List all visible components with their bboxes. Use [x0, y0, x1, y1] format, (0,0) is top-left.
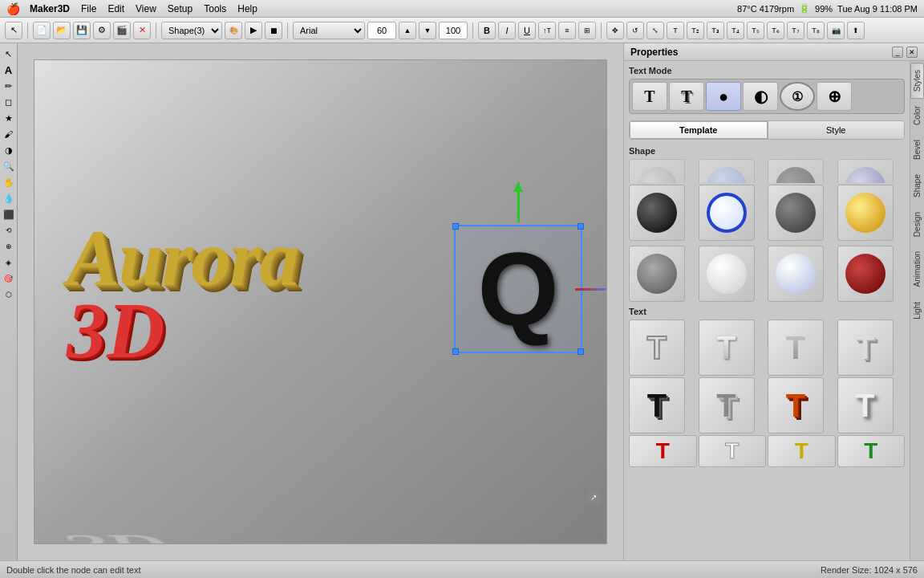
tool-text[interactable]: A [2, 63, 16, 77]
tool-shape[interactable]: ◻ [2, 95, 16, 109]
text-cell-white-simple[interactable]: T [837, 377, 894, 434]
toolbar-settings[interactable]: ⚙ [93, 22, 111, 39]
tool-extra5[interactable]: ⬡ [2, 287, 16, 302]
toolbar-close[interactable]: ✕ [133, 22, 151, 39]
toolbar-t3[interactable]: T₃ [707, 22, 724, 39]
selected-shape-box[interactable]: Q [454, 225, 582, 353]
toolbar-stop[interactable]: ⏹ [265, 22, 282, 39]
mode-half-sphere[interactable]: ◐ [743, 82, 778, 111]
resize-handle-br[interactable] [578, 348, 584, 355]
tool-select[interactable]: ↖ [2, 47, 16, 61]
shape-select[interactable]: Shape(3) Shape(1) Shape(2) [161, 22, 222, 39]
tool-star[interactable]: ★ [2, 111, 16, 125]
font-size-input[interactable] [367, 22, 396, 39]
toolbar-t7[interactable]: T₇ [787, 22, 804, 39]
tool-paint[interactable]: 🖌 [2, 127, 16, 141]
mode-bevel[interactable]: T [669, 82, 704, 111]
shape-cell-light[interactable] [699, 246, 755, 302]
toolbar-more1[interactable]: ⊞ [578, 22, 596, 39]
toolbar-t2[interactable]: T₂ [687, 22, 704, 39]
menu-tools[interactable]: Tools [204, 3, 226, 14]
toolbar-open[interactable]: 📂 [53, 22, 71, 39]
right-tab-color[interactable]: Color [910, 99, 924, 132]
tool-extra1[interactable]: ⟲ [2, 223, 16, 238]
tool-node[interactable]: ⬛ [2, 207, 16, 222]
text-cell-chrome[interactable]: T [768, 320, 824, 376]
tool-hand[interactable]: ✋ [2, 175, 16, 189]
mode-sphere[interactable]: ● [706, 82, 741, 111]
tool-extra4[interactable]: 🎯 [2, 271, 16, 286]
text-cell-black[interactable]: T [629, 377, 685, 434]
shape-partial-4[interactable] [837, 159, 894, 183]
tool-extra2[interactable]: ⊕ [2, 239, 16, 254]
tool-eyedrop[interactable]: 💧 [2, 191, 16, 206]
menu-help[interactable]: Help [237, 3, 257, 14]
style-tab[interactable]: Style [768, 121, 905, 139]
menu-view[interactable]: View [136, 3, 156, 14]
resize-handle-tr[interactable] [578, 223, 584, 230]
right-tab-design[interactable]: Design [910, 205, 924, 244]
toolbar-bold[interactable]: B [478, 22, 496, 39]
template-tab[interactable]: Template [630, 121, 768, 139]
toolbar-play[interactable]: ▶ [245, 22, 262, 39]
shape-cell-dark-gray[interactable] [768, 185, 824, 241]
tool-extra3[interactable]: ◈ [2, 255, 16, 270]
toolbar-cam[interactable]: 📷 [827, 22, 845, 39]
font-size-up[interactable]: ▲ [399, 22, 416, 39]
toolbar-t8[interactable]: T₈ [807, 22, 825, 39]
right-tab-styles[interactable]: Styles [910, 63, 924, 99]
text-cell-yellow[interactable]: T [768, 435, 836, 467]
toolbar-t1[interactable]: T [667, 22, 684, 39]
text-cell-orange[interactable]: T [768, 377, 824, 434]
text-cell-transparent[interactable]: T [629, 320, 685, 376]
toolbar-export[interactable]: ⬆ [847, 22, 865, 39]
right-tab-light[interactable]: Light [910, 295, 924, 327]
canvas-corner-icon[interactable]: ↗ [587, 490, 600, 503]
properties-minimize[interactable]: _ [892, 47, 903, 58]
shape-partial-2[interactable] [699, 159, 755, 183]
shape-cell-medium-gray[interactable] [629, 246, 685, 302]
mode-outlined[interactable]: ⊕ [817, 82, 852, 111]
toolbar-t4[interactable]: T₄ [727, 22, 744, 39]
right-tab-shape[interactable]: Shape [910, 167, 924, 205]
toolbar-underline[interactable]: U [518, 22, 536, 39]
right-tab-bevel[interactable]: Bevel [910, 132, 924, 167]
text-cell-red[interactable]: T [629, 435, 697, 467]
toolbar-scale[interactable]: ⤡ [646, 22, 664, 39]
toolbar-rotate[interactable]: ↺ [626, 22, 644, 39]
toolbar-italic[interactable]: I [498, 22, 516, 39]
tool-pen[interactable]: ✏ [2, 79, 16, 93]
resize-handle-bl[interactable] [452, 348, 459, 355]
font-size-down[interactable]: ▼ [419, 22, 436, 39]
right-tab-animation[interactable]: Animation [910, 244, 924, 294]
toolbar-arrow-tool[interactable]: ↖ [5, 22, 22, 39]
toolbar-t6[interactable]: T₆ [767, 22, 784, 39]
shape-cell-white-blue[interactable] [768, 246, 824, 302]
menu-file[interactable]: File [81, 3, 96, 14]
shape-partial-1[interactable] [629, 159, 685, 183]
toolbar-new[interactable]: 📄 [33, 22, 51, 39]
text-cell-silver[interactable]: T [699, 320, 755, 376]
toolbar-t5[interactable]: T₅ [747, 22, 764, 39]
apple-menu[interactable]: 🍎 [6, 2, 20, 15]
shape-cell-blue-outline[interactable] [699, 185, 755, 241]
font-select[interactable]: Arial Helvetica Times New Roman [293, 22, 365, 39]
properties-close[interactable]: ✕ [906, 47, 918, 58]
text-cell-white-3d[interactable]: T [837, 320, 894, 376]
canvas-area[interactable]: Aurora 3D Aurora 3D Q [18, 43, 623, 560]
toolbar-color[interactable]: 🎨 [225, 22, 242, 39]
tool-gradient[interactable]: ◑ [2, 143, 16, 157]
shape-cell-dark-red[interactable] [837, 246, 894, 302]
tool-zoom[interactable]: 🔍 [2, 159, 16, 173]
toolbar-render[interactable]: 🎬 [113, 22, 131, 39]
text-cell-green[interactable]: T [837, 435, 906, 467]
properties-scroll[interactable]: Text Mode T T ● ◐ ① ⊕ Template Style [629, 66, 905, 556]
mode-flat[interactable]: T [632, 82, 667, 111]
menu-edit[interactable]: Edit [107, 3, 124, 14]
menu-setup[interactable]: Setup [168, 3, 192, 14]
resize-handle-tl[interactable] [452, 223, 459, 230]
toolbar-text-up[interactable]: ↑T [538, 22, 556, 39]
toolbar-align[interactable]: ≡ [558, 22, 576, 39]
text-cell-white-outline[interactable]: T [699, 435, 767, 467]
shape-cell-black[interactable] [629, 185, 685, 241]
